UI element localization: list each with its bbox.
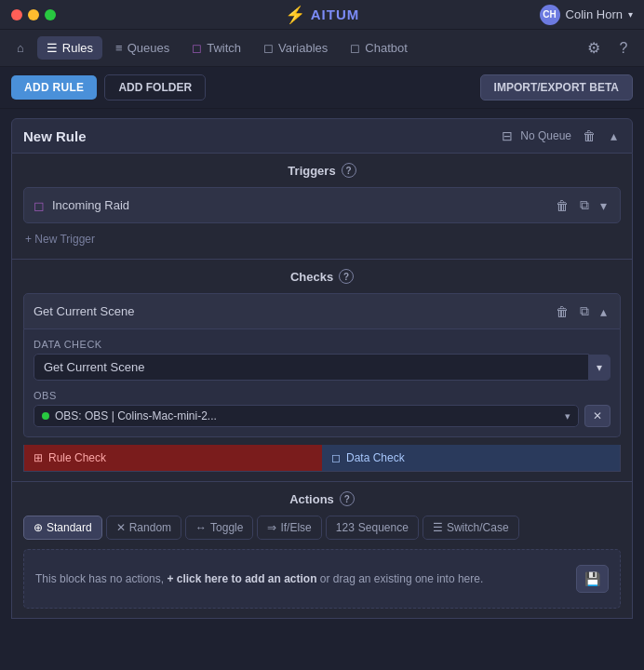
nav-label-queues: Queues bbox=[127, 41, 170, 55]
import-export-button[interactable]: IMPORT/EXPORT BETA bbox=[480, 74, 633, 100]
actions-help-icon[interactable]: ? bbox=[340, 491, 355, 506]
twitch-icon: ◻ bbox=[192, 41, 202, 55]
home-icon: ⌂ bbox=[17, 41, 24, 55]
add-folder-button[interactable]: ADD FOLDER bbox=[104, 74, 206, 100]
action-tabs: ⊕ Standard ✕ Random ↔ Toggle ⇒ If/Else 1… bbox=[23, 516, 621, 540]
select-arrow-icon: ▾ bbox=[589, 355, 610, 381]
minimize-button[interactable] bbox=[28, 9, 39, 20]
delete-trigger-button[interactable]: 🗑 bbox=[552, 196, 572, 215]
rule-header: New Rule ⊟ No Queue 🗑 ▴ bbox=[11, 118, 633, 154]
rule-header-controls: ⊟ No Queue 🗑 ▴ bbox=[502, 127, 621, 145]
toggle-icon: ↔ bbox=[195, 521, 207, 534]
trash-icon: 🗑 bbox=[583, 128, 596, 143]
rule-title[interactable]: New Rule bbox=[23, 128, 502, 144]
checks-header: Checks ? bbox=[23, 269, 621, 284]
user-menu[interactable]: CH Colin Horn ▾ bbox=[540, 5, 633, 25]
window-controls bbox=[11, 9, 56, 20]
expand-trigger-button[interactable]: ▾ bbox=[597, 196, 610, 215]
help-button[interactable]: ? bbox=[610, 35, 637, 61]
settings-button[interactable]: ⚙ bbox=[581, 35, 607, 61]
aitum-logo-icon: ⚡ bbox=[285, 5, 305, 25]
delete-check-button[interactable]: 🗑 bbox=[552, 302, 572, 321]
nav-label-chatbot: Chatbot bbox=[365, 41, 408, 55]
obs-field-label: OBS bbox=[34, 390, 610, 401]
obs-select[interactable]: OBS: OBS | Colins-Mac-mini-2... ▾ bbox=[34, 405, 579, 427]
action-tab-switchcase[interactable]: ☰ Switch/Case bbox=[423, 516, 519, 540]
close-button[interactable] bbox=[11, 9, 22, 20]
chevron-down-icon: ▾ bbox=[628, 9, 633, 20]
add-rule-button[interactable]: ADD RULE bbox=[11, 75, 97, 100]
obs-status-indicator bbox=[42, 412, 49, 420]
save-button[interactable]: 💾 bbox=[576, 565, 609, 593]
actions-empty-text: This block has no actions, + click here … bbox=[35, 572, 567, 585]
filter-icon: ⊟ bbox=[502, 128, 513, 143]
obs-chevron-icon: ▾ bbox=[565, 410, 570, 422]
actions-empty-area: This block has no actions, + click here … bbox=[23, 549, 621, 609]
triggers-help-icon[interactable]: ? bbox=[342, 163, 356, 178]
random-icon: ✕ bbox=[116, 521, 126, 534]
avatar: CH bbox=[540, 5, 560, 25]
titlebar-center: ⚡ AITUM bbox=[285, 5, 360, 25]
data-check-select-row: Get Current Scene ▾ bbox=[34, 354, 610, 381]
copy-check-button[interactable]: ⧉ bbox=[576, 302, 593, 321]
chevron-up-icon: ▴ bbox=[610, 128, 617, 143]
check-controls: 🗑 ⧉ ▴ bbox=[552, 302, 610, 321]
titlebar: ⚡ AITUM CH Colin Horn ▾ bbox=[0, 0, 644, 30]
check-tabs: ⊞ Rule Check ◻ Data Check bbox=[23, 445, 621, 472]
trash-icon: 🗑 bbox=[556, 304, 569, 319]
tab-rule-check[interactable]: ⊞ Rule Check bbox=[24, 445, 322, 471]
maximize-button[interactable] bbox=[45, 9, 56, 20]
ifelse-icon: ⇒ bbox=[267, 521, 276, 534]
obs-label: OBS: OBS | Colins-Mac-mini-2... bbox=[55, 409, 559, 422]
data-check-select[interactable]: Get Current Scene bbox=[34, 354, 589, 381]
collapse-check-button[interactable]: ▴ bbox=[597, 302, 610, 321]
copy-icon: ⧉ bbox=[580, 197, 589, 212]
variables-icon: ◻ bbox=[263, 41, 274, 55]
gear-icon: ⚙ bbox=[587, 39, 600, 57]
trigger-label: Incoming Raid bbox=[52, 198, 544, 212]
nav-label-rules: Rules bbox=[62, 41, 93, 55]
triggers-header: Triggers ? bbox=[23, 163, 621, 178]
no-queue-button[interactable]: No Queue bbox=[520, 129, 571, 142]
actions-section: Actions ? ⊕ Standard ✕ Random ↔ Toggle ⇒… bbox=[11, 482, 633, 619]
no-queue-label: No Queue bbox=[520, 129, 571, 142]
obs-row: OBS: OBS | Colins-Mac-mini-2... ▾ ✕ bbox=[34, 405, 610, 427]
triggers-label: Triggers bbox=[288, 164, 335, 178]
data-check-label: Data Check bbox=[346, 451, 405, 464]
action-tab-sequence[interactable]: 123 Sequence bbox=[326, 516, 419, 540]
copy-trigger-button[interactable]: ⧉ bbox=[576, 195, 593, 215]
checks-help-icon[interactable]: ? bbox=[339, 269, 354, 284]
nav-item-chatbot[interactable]: ◻ Chatbot bbox=[341, 36, 417, 60]
switchcase-icon: ☰ bbox=[433, 521, 443, 534]
action-tab-ifelse[interactable]: ⇒ If/Else bbox=[257, 516, 321, 540]
add-action-cta[interactable]: + click here to add an action bbox=[167, 572, 316, 585]
obs-clear-button[interactable]: ✕ bbox=[584, 405, 610, 427]
sequence-icon: 123 bbox=[336, 521, 355, 534]
action-tab-toggle[interactable]: ↔ Toggle bbox=[185, 516, 253, 540]
rule-check-label: Rule Check bbox=[48, 451, 106, 464]
nav-item-twitch[interactable]: ◻ Twitch bbox=[182, 36, 250, 60]
nav-item-variables[interactable]: ◻ Variables bbox=[254, 36, 337, 60]
nav-item-queues[interactable]: ≡ Queues bbox=[106, 36, 179, 60]
nav-label-twitch: Twitch bbox=[207, 41, 241, 55]
actions-header: Actions ? bbox=[23, 491, 621, 506]
rule-check-icon: ⊞ bbox=[34, 451, 43, 464]
action-tab-random[interactable]: ✕ Random bbox=[106, 516, 181, 540]
collapse-rule-button[interactable]: ▴ bbox=[607, 127, 621, 145]
trigger-controls: 🗑 ⧉ ▾ bbox=[552, 195, 610, 215]
twitch-trigger-icon: ◻ bbox=[34, 198, 45, 213]
main-content: New Rule ⊟ No Queue 🗑 ▴ Triggers ? ◻ Inc… bbox=[0, 109, 644, 669]
tab-data-check[interactable]: ◻ Data Check bbox=[322, 445, 620, 471]
actions-drag-text: or drag an existing one into here. bbox=[320, 572, 483, 585]
trash-icon: 🗑 bbox=[556, 198, 569, 213]
nav-home[interactable]: ⌂ bbox=[7, 36, 34, 60]
checks-label: Checks bbox=[290, 270, 333, 284]
action-tab-standard[interactable]: ⊕ Standard bbox=[23, 516, 102, 540]
delete-rule-button[interactable]: 🗑 bbox=[579, 127, 599, 145]
username: Colin Horn bbox=[566, 7, 623, 21]
nav-item-rules[interactable]: ☰ Rules bbox=[37, 36, 102, 60]
new-trigger-button[interactable]: + New Trigger bbox=[23, 229, 97, 249]
check-body: Data Check Get Current Scene ▾ OBS OBS: … bbox=[23, 329, 621, 437]
chevron-down-icon: ▾ bbox=[600, 198, 607, 213]
check-row: Get Current Scene 🗑 ⧉ ▴ bbox=[23, 293, 621, 329]
